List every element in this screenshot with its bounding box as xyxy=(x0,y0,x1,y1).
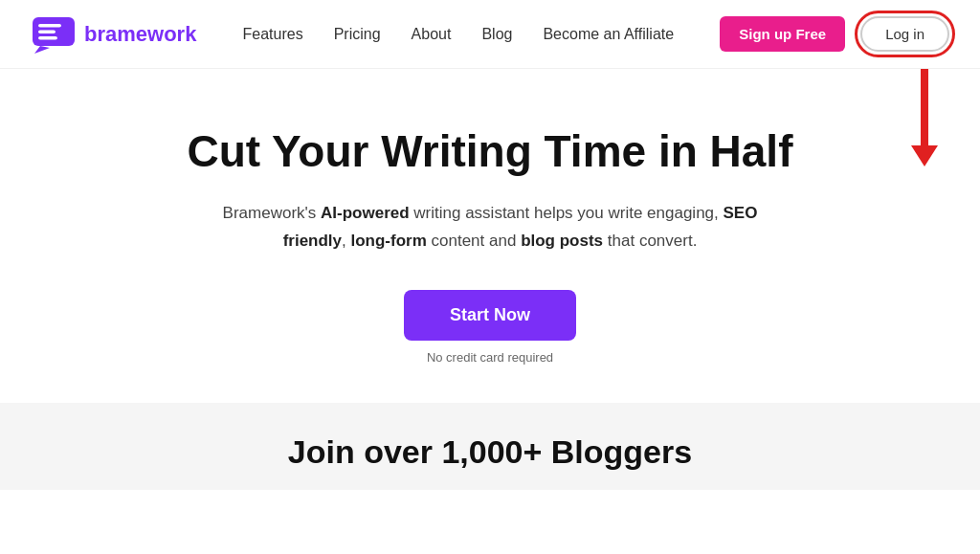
nav-item-features[interactable]: Features xyxy=(243,26,303,43)
login-wrapper: Log in xyxy=(860,16,949,52)
nav-link-features[interactable]: Features xyxy=(243,26,303,42)
navbar: bramework Features Pricing About Blog Be… xyxy=(0,0,980,69)
start-now-button[interactable]: Start Now xyxy=(404,290,576,341)
nav-links: Features Pricing About Blog Become an Af… xyxy=(243,26,675,43)
nav-link-affiliate[interactable]: Become an Affiliate xyxy=(543,26,674,42)
logo-icon xyxy=(31,15,77,54)
nav-link-about[interactable]: About xyxy=(412,26,452,42)
nav-item-about[interactable]: About xyxy=(412,26,452,43)
nav-item-pricing[interactable]: Pricing xyxy=(334,26,381,43)
bold-ai: AI-powered xyxy=(321,204,410,222)
hero-title: Cut Your Writing Time in Half xyxy=(188,126,793,177)
nav-actions: Sign up Free Log in xyxy=(720,16,949,52)
nav-link-pricing[interactable]: Pricing xyxy=(334,26,381,42)
hero-subtitle: Bramework's AI-powered writing assistant… xyxy=(222,200,758,255)
svg-rect-1 xyxy=(38,24,61,28)
nav-item-blog[interactable]: Blog xyxy=(481,26,512,43)
bottom-section: Join over 1,000+ Bloggers xyxy=(0,403,980,490)
svg-rect-2 xyxy=(38,30,56,33)
nav-item-affiliate[interactable]: Become an Affiliate xyxy=(543,26,674,43)
bottom-title: Join over 1,000+ Bloggers xyxy=(38,433,942,471)
login-button[interactable]: Log in xyxy=(860,16,949,52)
svg-rect-3 xyxy=(38,36,57,40)
annotation-arrow-container xyxy=(911,69,938,166)
no-credit-card-text: No credit card required xyxy=(427,350,553,365)
logo-link[interactable]: bramework xyxy=(31,15,196,54)
arrow-head xyxy=(911,145,938,166)
bold-longform: long-form xyxy=(350,232,426,250)
nav-link-blog[interactable]: Blog xyxy=(481,26,512,42)
arrow-shaft xyxy=(921,69,928,145)
bold-blogposts: blog posts xyxy=(521,232,603,250)
hero-section: Cut Your Writing Time in Half Bramework'… xyxy=(0,69,980,403)
logo-text: bramework xyxy=(84,22,196,47)
signup-button[interactable]: Sign up Free xyxy=(720,16,845,52)
